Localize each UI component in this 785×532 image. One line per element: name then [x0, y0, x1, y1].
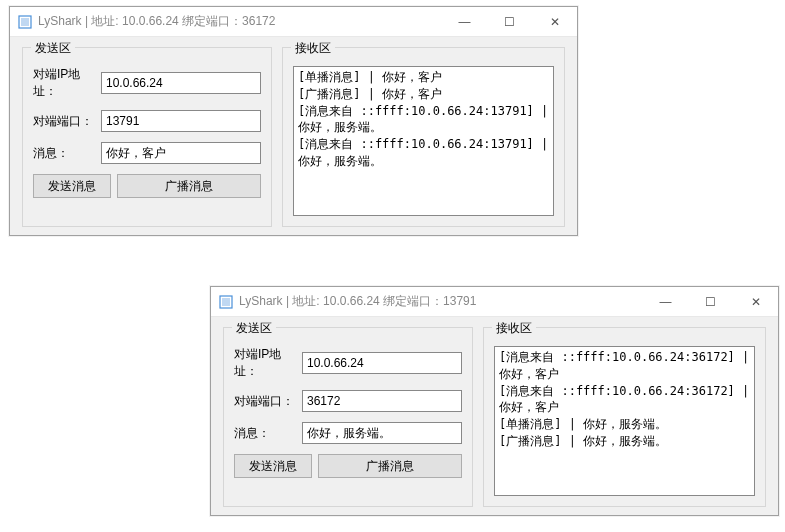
- window-title: LyShark | 地址: 10.0.66.24 绑定端口：13791: [239, 293, 476, 310]
- maximize-button[interactable]: ☐: [487, 7, 532, 37]
- app-icon: [219, 295, 233, 309]
- message-input[interactable]: [101, 142, 261, 164]
- svg-rect-1: [21, 18, 29, 26]
- svg-rect-3: [222, 298, 230, 306]
- recv-textbox[interactable]: [消息来自 ::ffff:10.0.66.24:36172] | 你好，客户 […: [494, 346, 755, 496]
- close-icon: ✕: [751, 295, 761, 309]
- client-area: 发送区 对端IP地址： 对端端口： 消息： 发送消息 广播消息 接收区 [消息来…: [211, 317, 778, 519]
- send-group: 发送区 对端IP地址： 对端端口： 消息： 发送消息 广播消息: [22, 47, 272, 227]
- port-label: 对端端口：: [33, 113, 101, 130]
- window-title: LyShark | 地址: 10.0.66.24 绑定端口：36172: [38, 13, 275, 30]
- app-icon: [18, 15, 32, 29]
- recv-legend: 接收区: [492, 320, 536, 337]
- message-input[interactable]: [302, 422, 462, 444]
- recv-legend: 接收区: [291, 40, 335, 57]
- titlebar[interactable]: LyShark | 地址: 10.0.66.24 绑定端口：36172 — ☐ …: [10, 7, 577, 37]
- client-area: 发送区 对端IP地址： 对端端口： 消息： 发送消息 广播消息 接收区 [单播消…: [10, 37, 577, 239]
- send-button[interactable]: 发送消息: [234, 454, 312, 478]
- recv-group: 接收区 [单播消息] | 你好，客户 [广播消息] | 你好，客户 [消息来自 …: [282, 47, 565, 227]
- recv-textbox[interactable]: [单播消息] | 你好，客户 [广播消息] | 你好，客户 [消息来自 ::ff…: [293, 66, 554, 216]
- maximize-icon: ☐: [705, 295, 716, 309]
- minimize-icon: —: [660, 295, 672, 309]
- send-group: 发送区 对端IP地址： 对端端口： 消息： 发送消息 广播消息: [223, 327, 473, 507]
- window-2: LyShark | 地址: 10.0.66.24 绑定端口：13791 — ☐ …: [210, 286, 779, 516]
- minimize-button[interactable]: —: [643, 287, 688, 317]
- msg-label: 消息：: [33, 145, 101, 162]
- maximize-icon: ☐: [504, 15, 515, 29]
- close-button[interactable]: ✕: [532, 7, 577, 37]
- msg-label: 消息：: [234, 425, 302, 442]
- peer-ip-input[interactable]: [302, 352, 462, 374]
- peer-ip-input[interactable]: [101, 72, 261, 94]
- broadcast-button[interactable]: 广播消息: [117, 174, 261, 198]
- minimize-icon: —: [459, 15, 471, 29]
- minimize-button[interactable]: —: [442, 7, 487, 37]
- close-button[interactable]: ✕: [733, 287, 778, 317]
- ip-label: 对端IP地址：: [33, 66, 101, 100]
- peer-port-input[interactable]: [101, 110, 261, 132]
- titlebar[interactable]: LyShark | 地址: 10.0.66.24 绑定端口：13791 — ☐ …: [211, 287, 778, 317]
- send-legend: 发送区: [232, 320, 276, 337]
- send-button[interactable]: 发送消息: [33, 174, 111, 198]
- send-legend: 发送区: [31, 40, 75, 57]
- window-1: LyShark | 地址: 10.0.66.24 绑定端口：36172 — ☐ …: [9, 6, 578, 236]
- close-icon: ✕: [550, 15, 560, 29]
- maximize-button[interactable]: ☐: [688, 287, 733, 317]
- recv-group: 接收区 [消息来自 ::ffff:10.0.66.24:36172] | 你好，…: [483, 327, 766, 507]
- port-label: 对端端口：: [234, 393, 302, 410]
- peer-port-input[interactable]: [302, 390, 462, 412]
- ip-label: 对端IP地址：: [234, 346, 302, 380]
- broadcast-button[interactable]: 广播消息: [318, 454, 462, 478]
